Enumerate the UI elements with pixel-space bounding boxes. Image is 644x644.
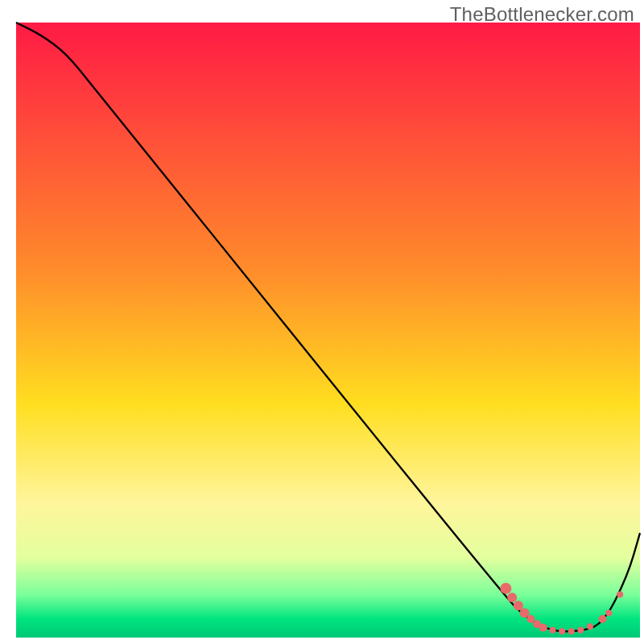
bottleneck-chart [0, 0, 644, 644]
watermark-text: TheBottlenecker.com [450, 3, 634, 26]
data-marker [577, 627, 584, 634]
data-marker [500, 583, 511, 594]
data-marker [539, 624, 547, 632]
data-marker [559, 628, 565, 634]
data-marker [568, 628, 575, 634]
data-marker [587, 623, 593, 630]
data-marker [617, 592, 623, 598]
data-marker [605, 609, 612, 616]
data-marker [599, 615, 607, 623]
data-marker [507, 592, 517, 602]
data-marker [514, 601, 523, 610]
data-marker [550, 627, 556, 634]
gradient-background [16, 23, 640, 638]
chart-stage: TheBottlenecker.com [0, 0, 644, 644]
